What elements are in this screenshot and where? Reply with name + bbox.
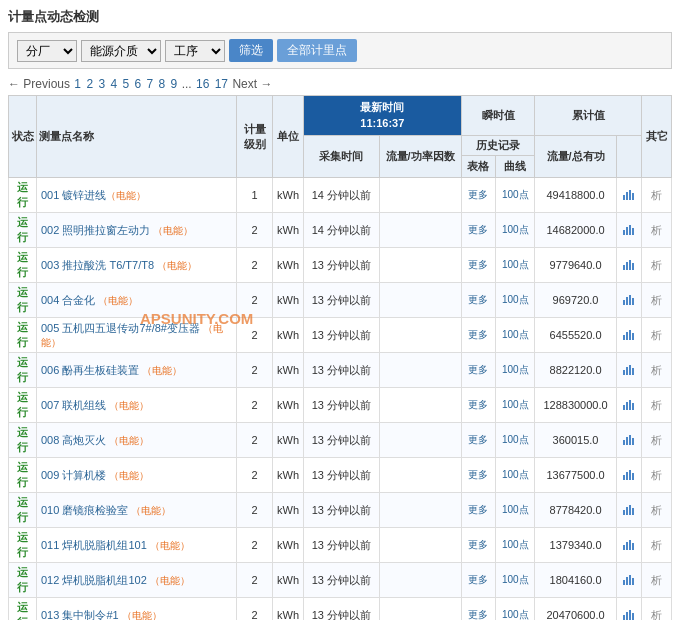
cell-more[interactable]: 更多 (461, 493, 495, 528)
row-name-link[interactable]: 003 推拉酸洗 T6/T7/T8 (41, 259, 157, 271)
chart-icon[interactable] (622, 469, 636, 480)
filter-all-button[interactable]: 全部计里点 (277, 39, 357, 62)
row-name-link[interactable]: 012 焊机脱脂机组102 (41, 574, 150, 586)
cell-pts[interactable]: 100点 (495, 283, 535, 318)
fold-icon[interactable]: 析 (651, 259, 662, 271)
pts-button[interactable]: 100点 (502, 398, 529, 412)
cell-more[interactable]: 更多 (461, 353, 495, 388)
cell-pts[interactable]: 100点 (495, 598, 535, 621)
cell-pts[interactable]: 100点 (495, 248, 535, 283)
cell-chart[interactable] (616, 248, 641, 283)
row-name-link[interactable]: 007 联机组线 (41, 399, 109, 411)
chart-icon[interactable] (622, 539, 636, 550)
pts-button[interactable]: 100点 (502, 188, 529, 202)
cell-fold[interactable]: 析 (642, 388, 672, 423)
cell-chart[interactable] (616, 178, 641, 213)
chart-icon[interactable] (622, 189, 636, 200)
pts-button[interactable]: 100点 (502, 573, 529, 587)
chart-icon[interactable] (622, 504, 636, 515)
filter-process[interactable]: 工序 (165, 40, 225, 62)
cell-fold[interactable]: 析 (642, 423, 672, 458)
cell-fold[interactable]: 析 (642, 563, 672, 598)
pts-button[interactable]: 100点 (502, 293, 529, 307)
cell-pts[interactable]: 100点 (495, 493, 535, 528)
cell-fold[interactable]: 析 (642, 248, 672, 283)
chart-icon[interactable] (622, 294, 636, 305)
fold-icon[interactable]: 析 (651, 224, 662, 236)
cell-more[interactable]: 更多 (461, 213, 495, 248)
chart-icon[interactable] (622, 329, 636, 340)
fold-icon[interactable]: 析 (651, 294, 662, 306)
cell-fold[interactable]: 析 (642, 493, 672, 528)
row-name-link[interactable]: 009 计算机楼 (41, 469, 109, 481)
more-button[interactable]: 更多 (468, 328, 488, 342)
fold-icon[interactable]: 析 (651, 364, 662, 376)
pts-button[interactable]: 100点 (502, 328, 529, 342)
more-button[interactable]: 更多 (468, 398, 488, 412)
pts-button[interactable]: 100点 (502, 258, 529, 272)
fold-icon[interactable]: 析 (651, 189, 662, 201)
more-button[interactable]: 更多 (468, 573, 488, 587)
fold-icon[interactable]: 析 (651, 329, 662, 341)
cell-more[interactable]: 更多 (461, 388, 495, 423)
fold-icon[interactable]: 析 (651, 504, 662, 516)
fold-icon[interactable]: 析 (651, 574, 662, 586)
cell-chart[interactable] (616, 283, 641, 318)
cell-chart[interactable] (616, 318, 641, 353)
cell-pts[interactable]: 100点 (495, 318, 535, 353)
cell-chart[interactable] (616, 423, 641, 458)
more-button[interactable]: 更多 (468, 258, 488, 272)
cell-chart[interactable] (616, 353, 641, 388)
cell-chart[interactable] (616, 388, 641, 423)
cell-fold[interactable]: 析 (642, 213, 672, 248)
fold-icon[interactable]: 析 (651, 469, 662, 481)
more-button[interactable]: 更多 (468, 468, 488, 482)
cell-chart[interactable] (616, 213, 641, 248)
pts-button[interactable]: 100点 (502, 363, 529, 377)
row-name-link[interactable]: 013 集中制令#1 (41, 609, 122, 621)
cell-more[interactable]: 更多 (461, 458, 495, 493)
filter-button[interactable]: 筛选 (229, 39, 273, 62)
more-button[interactable]: 更多 (468, 363, 488, 377)
pts-button[interactable]: 100点 (502, 433, 529, 447)
row-name-link[interactable]: 010 磨镜痕检验室 (41, 504, 131, 516)
fold-icon[interactable]: 析 (651, 434, 662, 446)
filter-energy[interactable]: 能源介质 (81, 40, 161, 62)
fold-icon[interactable]: 析 (651, 539, 662, 551)
cell-more[interactable]: 更多 (461, 423, 495, 458)
cell-more[interactable]: 更多 (461, 248, 495, 283)
cell-fold[interactable]: 析 (642, 458, 672, 493)
filter-branch[interactable]: 分厂 (17, 40, 77, 62)
cell-pts[interactable]: 100点 (495, 388, 535, 423)
cell-pts[interactable]: 100点 (495, 458, 535, 493)
cell-pts[interactable]: 100点 (495, 213, 535, 248)
fold-icon[interactable]: 析 (651, 399, 662, 411)
cell-chart[interactable] (616, 563, 641, 598)
row-name-link[interactable]: 011 焊机脱脂机组101 (41, 539, 150, 551)
cell-fold[interactable]: 析 (642, 598, 672, 621)
cell-chart[interactable] (616, 493, 641, 528)
cell-pts[interactable]: 100点 (495, 178, 535, 213)
pts-button[interactable]: 100点 (502, 538, 529, 552)
chart-icon[interactable] (622, 364, 636, 375)
row-name-link[interactable]: 002 照明推拉窗左动力 (41, 224, 153, 236)
cell-fold[interactable]: 析 (642, 283, 672, 318)
cell-more[interactable]: 更多 (461, 283, 495, 318)
more-button[interactable]: 更多 (468, 223, 488, 237)
cell-chart[interactable] (616, 528, 641, 563)
more-button[interactable]: 更多 (468, 293, 488, 307)
pts-button[interactable]: 100点 (502, 503, 529, 517)
chart-icon[interactable] (622, 224, 636, 235)
chart-icon[interactable] (622, 609, 636, 620)
row-name-link[interactable]: 004 合金化 (41, 294, 98, 306)
pts-button[interactable]: 100点 (502, 223, 529, 237)
cell-more[interactable]: 更多 (461, 528, 495, 563)
row-name-link[interactable]: 001 镀锌进线 (41, 189, 106, 201)
cell-pts[interactable]: 100点 (495, 353, 535, 388)
more-button[interactable]: 更多 (468, 503, 488, 517)
chart-icon[interactable] (622, 399, 636, 410)
row-name-link[interactable]: 008 高炮灭火 (41, 434, 109, 446)
cell-pts[interactable]: 100点 (495, 528, 535, 563)
cell-more[interactable]: 更多 (461, 318, 495, 353)
cell-chart[interactable] (616, 598, 641, 621)
